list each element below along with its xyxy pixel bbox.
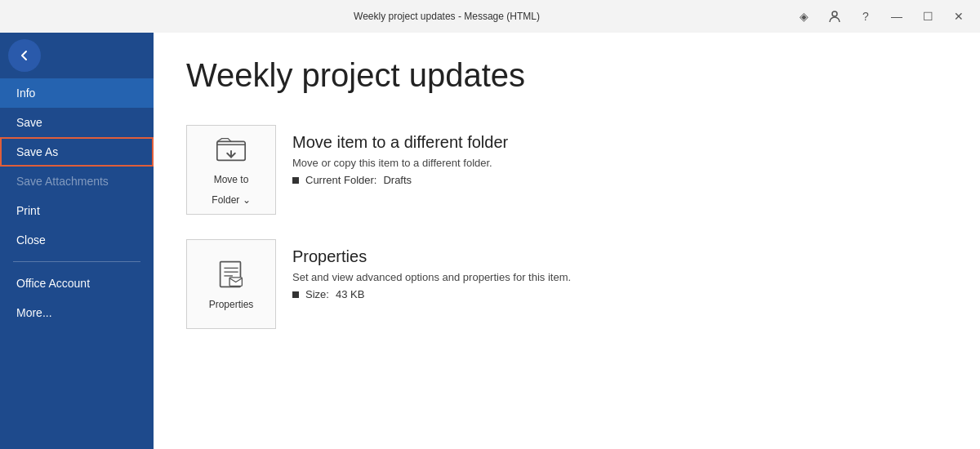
- properties-content: Properties Set and view advanced options…: [292, 239, 947, 300]
- svg-point-0: [832, 11, 837, 16]
- move-to-folder-meta-label: Current Folder:: [305, 174, 376, 186]
- sidebar: Info Save Save As Save Attachments Print…: [0, 33, 154, 449]
- sidebar-item-print[interactable]: Print: [0, 196, 154, 225]
- sidebar-item-close[interactable]: Close: [0, 225, 154, 255]
- move-to-folder-button[interactable]: Move to Folder ⌄: [186, 125, 276, 215]
- content-area: Weekly project updates Move to Folder: [154, 33, 980, 449]
- move-to-folder-card: Move to Folder ⌄ Move item to a differen…: [186, 117, 947, 223]
- properties-meta-label: Size:: [305, 288, 329, 300]
- help-icon[interactable]: ?: [851, 4, 880, 29]
- sidebar-item-office-account[interactable]: Office Account: [0, 269, 154, 298]
- title-bar: Weekly project updates - Message (HTML) …: [0, 0, 980, 33]
- sidebar-item-save-attachments: Save Attachments: [0, 167, 154, 196]
- person-icon[interactable]: [820, 4, 849, 29]
- title-bar-text: Weekly project updates - Message (HTML): [105, 11, 789, 22]
- properties-label: Properties: [209, 298, 254, 312]
- diamond-icon[interactable]: ◈: [789, 4, 818, 29]
- minimize-icon[interactable]: —: [882, 4, 911, 29]
- properties-card: Properties Properties Set and view advan…: [186, 231, 947, 337]
- move-to-folder-desc: Move or copy this item to a different fo…: [292, 157, 947, 169]
- move-to-folder-label-line1: Move to: [214, 173, 249, 187]
- back-button[interactable]: [8, 39, 41, 72]
- move-to-folder-title: Move item to a different folder: [292, 133, 947, 152]
- sidebar-item-more[interactable]: More...: [0, 298, 154, 327]
- sidebar-item-save-as[interactable]: Save As: [0, 137, 154, 167]
- cards-container: Move to Folder ⌄ Move item to a differen…: [186, 117, 947, 337]
- sidebar-item-info[interactable]: Info: [0, 78, 154, 108]
- page-title: Weekly project updates: [186, 57, 947, 94]
- close-icon[interactable]: ✕: [944, 4, 973, 29]
- sidebar-divider: [13, 261, 140, 262]
- move-to-folder-label-line2: Folder ⌄: [212, 193, 250, 207]
- sidebar-item-save[interactable]: Save: [0, 108, 154, 137]
- bullet-icon: [292, 177, 299, 184]
- move-to-folder-meta: Current Folder: Drafts: [292, 174, 947, 186]
- move-to-folder-meta-value: Drafts: [383, 174, 412, 186]
- move-to-folder-content: Move item to a different folder Move or …: [292, 125, 947, 186]
- title-bar-controls: ◈ ? — ☐ ✕: [789, 4, 973, 29]
- main-layout: Info Save Save As Save Attachments Print…: [0, 33, 980, 449]
- properties-desc: Set and view advanced options and proper…: [292, 271, 947, 283]
- bullet-icon: [292, 291, 299, 298]
- properties-meta-value: 43 KB: [336, 288, 364, 300]
- properties-button[interactable]: Properties: [186, 239, 276, 329]
- properties-meta: Size: 43 KB: [292, 288, 947, 300]
- maximize-icon[interactable]: ☐: [913, 4, 942, 29]
- properties-title: Properties: [292, 247, 947, 266]
